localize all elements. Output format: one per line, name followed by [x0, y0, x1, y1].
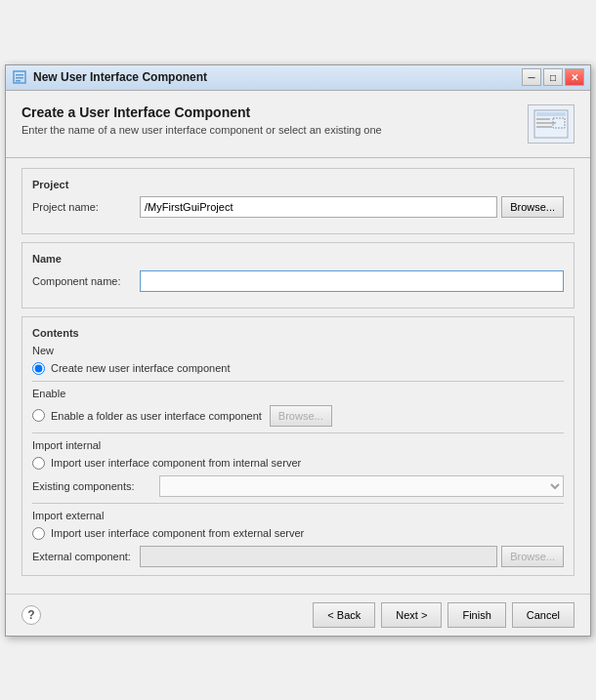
import-internal-sublabel: Import internal	[32, 439, 564, 451]
new-sublabel: New	[32, 345, 564, 356]
header-area: Create a User Interface Component Enter …	[6, 91, 590, 594]
existing-components-dropdown[interactable]	[159, 475, 564, 497]
project-name-input[interactable]	[140, 196, 497, 218]
svg-rect-2	[16, 77, 23, 79]
import-external-radio[interactable]	[32, 527, 45, 540]
project-name-row: Project name: Browse...	[32, 196, 564, 218]
header-subtitle: Enter the name of a new user interface c…	[21, 124, 518, 136]
svg-rect-6	[536, 118, 550, 120]
enable-browse-button[interactable]: Browse...	[270, 405, 332, 427]
bottom-buttons: < Back Next > Finish Cancel	[313, 602, 575, 628]
help-button[interactable]: ?	[21, 605, 41, 625]
import-internal-radio[interactable]	[32, 457, 45, 470]
create-radio-row: Create new user interface component	[32, 362, 564, 375]
main-window: New User Interface Component ─ □ ✕ Creat…	[5, 64, 591, 637]
maximize-button[interactable]: □	[543, 68, 563, 86]
component-name-row: Component name:	[32, 270, 564, 292]
create-radio[interactable]	[32, 362, 45, 375]
name-section: Name Component name:	[21, 242, 575, 309]
finish-button[interactable]: Finish	[447, 602, 505, 628]
existing-components-row: Existing components:	[32, 475, 564, 497]
svg-rect-8	[536, 126, 552, 128]
project-name-label: Project name:	[32, 201, 140, 213]
bottom-bar: ? < Back Next > Finish Cancel	[6, 594, 590, 636]
external-component-row: External component: Browse...	[32, 546, 564, 567]
title-bar: New User Interface Component ─ □ ✕	[6, 65, 590, 91]
project-label: Project	[32, 179, 564, 190]
enable-radio-row: Enable a folder as user interface compon…	[32, 405, 564, 427]
import-external-radio-label: Import user interface component from ext…	[51, 527, 304, 539]
svg-rect-1	[16, 74, 23, 76]
contents-section: Contents New Create new user interface c…	[21, 316, 575, 576]
minimize-button[interactable]: ─	[522, 68, 541, 86]
external-component-label: External component:	[32, 551, 140, 562]
back-button[interactable]: < Back	[313, 602, 375, 628]
external-component-input[interactable]	[140, 546, 497, 567]
title-bar-buttons: ─ □ ✕	[522, 68, 584, 86]
component-name-input[interactable]	[140, 270, 564, 292]
project-section: Project Project name: Browse...	[21, 168, 575, 234]
import-internal-radio-row: Import user interface component from int…	[32, 457, 564, 470]
contents-label: Contents	[32, 327, 564, 339]
component-name-label: Component name:	[32, 275, 140, 287]
external-browse-button[interactable]: Browse...	[501, 546, 564, 567]
svg-rect-5	[536, 112, 566, 116]
project-browse-button[interactable]: Browse...	[501, 196, 564, 218]
import-internal-radio-label: Import user interface component from int…	[51, 457, 301, 469]
name-label: Name	[32, 253, 564, 265]
enable-sublabel: Enable	[32, 388, 564, 399]
close-button[interactable]: ✕	[565, 68, 584, 86]
import-external-radio-row: Import user interface component from ext…	[32, 527, 564, 540]
title-bar-text: New User Interface Component	[33, 70, 522, 84]
enable-radio-label: Enable a folder as user interface compon…	[51, 410, 262, 422]
enable-radio[interactable]	[32, 409, 45, 422]
import-external-sublabel: Import external	[32, 510, 564, 521]
cancel-button[interactable]: Cancel	[512, 602, 575, 628]
existing-components-label: Existing components:	[32, 480, 159, 492]
next-button[interactable]: Next >	[381, 602, 442, 628]
header-text: Create a User Interface Component Enter …	[21, 104, 518, 136]
svg-rect-3	[16, 80, 21, 82]
create-radio-label: Create new user interface component	[51, 362, 230, 374]
window-icon	[12, 69, 27, 85]
header-title: Create a User Interface Component	[21, 104, 518, 120]
header-icon	[528, 104, 575, 144]
